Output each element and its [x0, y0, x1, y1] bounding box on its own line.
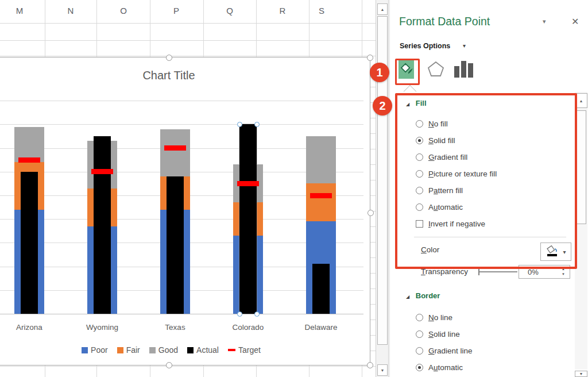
tab-effects[interactable] — [427, 61, 444, 79]
scroll-up-icon[interactable]: ▲ — [377, 3, 388, 15]
collapse-triangle-icon[interactable]: ◢ — [406, 102, 409, 107]
transparency-spinbox[interactable]: 0% ▲ ▼ — [519, 265, 570, 279]
target-dash-colorado[interactable] — [237, 181, 259, 186]
column-header-N[interactable]: N — [53, 6, 88, 16]
chart-selection-handle[interactable] — [367, 55, 373, 61]
radio-solid-fill[interactable] — [416, 137, 423, 144]
column-header-O[interactable]: O — [106, 6, 141, 16]
category-label-wyoming[interactable]: Wyoming — [68, 323, 137, 332]
legend-item-poor[interactable]: Poor — [82, 345, 108, 355]
chart-selection-handle[interactable] — [367, 362, 373, 368]
radio-no-fill[interactable] — [416, 120, 423, 128]
chart-legend[interactable]: PoorFairGoodActualTarget — [0, 345, 349, 355]
category-label-arizona[interactable]: Arizona — [0, 323, 64, 332]
legend-item-target[interactable]: Target — [228, 345, 261, 355]
pane-scroll-up-icon[interactable]: ▲ — [575, 93, 587, 108]
chart-selection-handle[interactable] — [166, 362, 172, 368]
fill-section-header[interactable]: ◢ Fill — [406, 99, 427, 107]
spin-down-icon[interactable]: ▼ — [560, 272, 566, 276]
border-option-no-line[interactable]: No line — [390, 309, 574, 326]
transparency-slider-track[interactable] — [479, 271, 517, 272]
legend-item-good[interactable]: Good — [149, 345, 178, 355]
border-option-solid-line[interactable]: Solid line — [390, 326, 574, 343]
tab-fill-line[interactable] — [399, 60, 414, 79]
category-label-delaware[interactable]: Delaware — [287, 323, 355, 332]
fill-color-button[interactable]: ▾ — [540, 243, 571, 261]
collapse-triangle-icon[interactable]: ◢ — [406, 294, 409, 299]
color-chevron-down-icon[interactable]: ▾ — [563, 249, 566, 255]
category-label-texas[interactable]: Texas — [141, 323, 210, 332]
pane-scrollbar-thumb[interactable] — [575, 110, 586, 224]
bar-overlay-actual-texas[interactable] — [167, 176, 184, 314]
radio-no-line[interactable] — [416, 314, 423, 321]
fill-option-automatic[interactable]: Automatic — [390, 199, 574, 216]
chart-object[interactable]: Chart Title PoorFairGoodActualTarget Ari… — [0, 57, 370, 366]
bar-overlay-actual-arizona[interactable] — [21, 172, 38, 314]
excel-window: MNOPQRS Chart Title PoorFairGoodActualTa… — [0, 0, 588, 377]
bar-overlay-actual-delaware[interactable] — [312, 264, 330, 314]
border-section-label: Border — [416, 291, 440, 300]
option-label: No line — [428, 313, 452, 322]
target-dash-texas[interactable] — [164, 145, 186, 151]
spin-up-icon[interactable]: ▲ — [560, 267, 566, 271]
legend-swatch-fair — [117, 347, 123, 353]
bar-segment-good-delaware[interactable] — [306, 136, 336, 183]
column-header-M[interactable]: M — [2, 6, 37, 16]
option-label: Invert if negative — [428, 220, 485, 228]
radio-automatic[interactable] — [416, 203, 423, 211]
data-point-selection-handle[interactable] — [254, 311, 260, 317]
fill-option-picture-or-texture-fill[interactable]: Picture or texture fill — [390, 166, 574, 182]
sheet-vertical-scrollbar[interactable]: ▲ ▼ — [376, 0, 389, 377]
legend-label: Actual — [196, 345, 219, 355]
data-point-selection-handle[interactable] — [237, 311, 242, 317]
legend-item-actual[interactable]: Actual — [187, 345, 219, 355]
radio-picture-or-texture-fill[interactable] — [416, 170, 423, 178]
bar-segment-good-texas[interactable] — [160, 129, 190, 176]
chart-title[interactable]: Chart Title — [97, 69, 241, 82]
scroll-down-icon[interactable]: ▼ — [377, 364, 388, 376]
fill-option-gradient-fill[interactable]: Gradient fill — [390, 149, 574, 166]
target-dash-wyoming[interactable] — [91, 169, 113, 174]
radio-gradient-fill[interactable] — [416, 153, 423, 161]
chart-selection-handle[interactable] — [166, 55, 172, 61]
transparency-value[interactable]: 0% — [528, 268, 539, 276]
option-label: Gradient fill — [428, 153, 467, 161]
legend-swatch-poor — [82, 347, 88, 353]
legend-item-fair[interactable]: Fair — [117, 345, 140, 355]
border-option-automatic[interactable]: Automatic — [390, 359, 574, 376]
fill-option-pattern-fill[interactable]: Pattern fill — [390, 182, 574, 199]
border-section-header[interactable]: ◢ Border — [406, 291, 440, 300]
fill-option-invert-if-negative[interactable]: Invert if negative — [390, 216, 574, 232]
grid-row-line — [0, 366, 376, 367]
radio-dot — [418, 366, 421, 369]
radio-automatic[interactable] — [416, 364, 423, 371]
column-header-P[interactable]: P — [159, 6, 194, 16]
column-header-R[interactable]: R — [265, 6, 300, 16]
pane-menu-chevron-down-icon[interactable]: ▾ — [543, 18, 546, 25]
fill-option-no-fill[interactable]: No fill — [390, 116, 574, 132]
annotation-badge-2: 2 — [373, 96, 392, 116]
close-icon[interactable]: ✕ — [571, 16, 579, 27]
category-label-colorado[interactable]: Colorado — [214, 323, 283, 332]
option-label: Pattern fill — [428, 186, 463, 195]
chart-selection-handle[interactable] — [368, 210, 374, 216]
series-options-dropdown[interactable]: Series Options — [400, 42, 450, 50]
target-dash-delaware[interactable] — [310, 193, 332, 198]
data-point-selection-handle[interactable] — [254, 122, 260, 127]
column-header-Q[interactable]: Q — [212, 6, 247, 16]
radio-gradient-line[interactable] — [416, 347, 423, 355]
data-point-selection-handle[interactable] — [237, 122, 242, 127]
tab-series-options[interactable] — [452, 61, 475, 79]
bar-segment-fair-delaware[interactable] — [306, 183, 336, 221]
fill-option-solid-fill[interactable]: Solid fill — [390, 132, 574, 149]
column-header-S[interactable]: S — [304, 6, 339, 16]
bar-overlay-actual-wyoming[interactable] — [94, 136, 111, 314]
target-dash-arizona[interactable] — [18, 157, 40, 163]
series-options-chevron-down-icon[interactable]: ▾ — [463, 43, 466, 49]
checkbox-invert-if-negative[interactable] — [416, 220, 423, 228]
border-option-gradient-line[interactable]: Gradient line — [390, 343, 574, 359]
radio-pattern-fill[interactable] — [416, 187, 423, 194]
pane-scroll-down-icon[interactable]: ▼ — [575, 371, 587, 377]
bar-overlay-actual-colorado[interactable] — [239, 124, 257, 314]
radio-solid-line[interactable] — [416, 330, 423, 338]
